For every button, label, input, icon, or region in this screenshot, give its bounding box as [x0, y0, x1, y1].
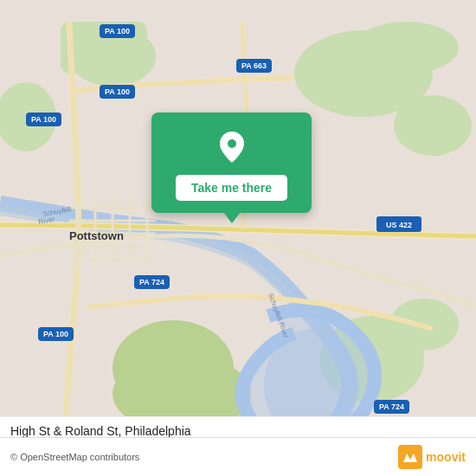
road-badge-pa100-1: PA 100	[100, 24, 135, 38]
svg-text:US 422: US 422	[386, 221, 412, 229]
road-badge-pa100-2: PA 100	[100, 85, 135, 99]
take-me-there-button[interactable]: Take me there	[176, 175, 287, 201]
svg-point-2	[355, 22, 459, 74]
copyright-text: © OpenStreetMap contributors	[10, 452, 139, 462]
road-badge-pa724-2: PA 724	[374, 400, 409, 414]
map-container: Schuylkill River Schuylkill River Pottst…	[0, 0, 476, 476]
svg-rect-31	[398, 445, 422, 469]
bottom-bar: © OpenStreetMap contributors moovit	[0, 437, 476, 476]
location-pin-icon	[213, 128, 251, 166]
moovit-icon	[398, 445, 422, 469]
moovit-text: moovit	[426, 450, 466, 464]
address-text: High St & Roland St, Philadelphia	[10, 424, 191, 438]
svg-text:Pottstown: Pottstown	[69, 229, 124, 242]
moovit-logo: moovit	[398, 445, 466, 469]
popup-card: Take me there	[151, 113, 312, 213]
road-badge-pa100-3: PA 100	[26, 113, 61, 126]
svg-point-6	[394, 95, 472, 156]
road-badge-pa663: PA 663	[236, 59, 272, 73]
road-badge-pa724-1: PA 724	[134, 275, 170, 289]
road-badge-pa100-4: PA 100	[38, 327, 74, 341]
svg-point-30	[228, 139, 236, 148]
